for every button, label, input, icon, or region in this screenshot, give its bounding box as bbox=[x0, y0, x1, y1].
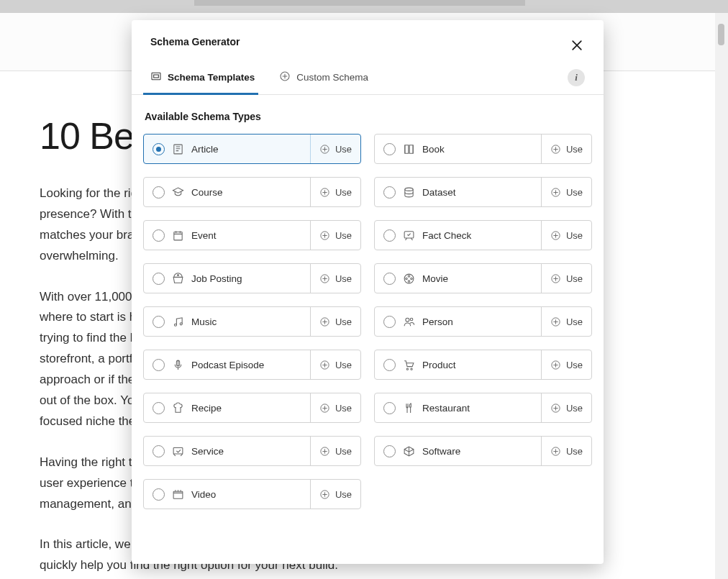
use-button-article[interactable]: Use bbox=[310, 135, 360, 163]
info-button[interactable]: i bbox=[568, 69, 585, 86]
event-icon bbox=[172, 229, 184, 242]
service-icon bbox=[172, 445, 184, 457]
movie-icon bbox=[403, 273, 415, 285]
use-button-product[interactable]: Use bbox=[541, 350, 591, 379]
plus-circle-icon bbox=[319, 360, 330, 370]
use-label: Use bbox=[335, 144, 352, 155]
recipe-icon bbox=[172, 402, 184, 414]
use-label: Use bbox=[566, 360, 583, 370]
radio-movie[interactable] bbox=[383, 273, 396, 285]
schema-generator-modal: Schema Generator Schema Templates Custom… bbox=[132, 20, 604, 564]
course-icon bbox=[172, 186, 184, 199]
schema-type-course[interactable]: Course Use bbox=[143, 177, 361, 207]
use-button-restaurant[interactable]: Use bbox=[541, 393, 591, 422]
use-button-music[interactable]: Use bbox=[310, 307, 360, 336]
svg-rect-1 bbox=[154, 75, 159, 78]
tab-label: Schema Templates bbox=[168, 72, 255, 83]
radio-video[interactable] bbox=[153, 488, 165, 501]
radio-factcheck[interactable] bbox=[383, 229, 396, 242]
use-button-movie[interactable]: Use bbox=[541, 264, 591, 293]
radio-person[interactable] bbox=[383, 316, 396, 328]
schema-type-service[interactable]: Service Use bbox=[143, 436, 361, 466]
schema-type-label: Book bbox=[422, 144, 445, 155]
use-button-dataset[interactable]: Use bbox=[541, 178, 591, 206]
plus-circle-icon bbox=[319, 144, 330, 155]
use-label: Use bbox=[335, 187, 352, 198]
modal-title: Schema Generator bbox=[150, 36, 585, 47]
svg-rect-0 bbox=[152, 73, 160, 79]
schema-type-label: Software bbox=[422, 446, 460, 457]
product-icon bbox=[403, 359, 415, 371]
radio-restaurant[interactable] bbox=[383, 402, 396, 414]
podcast-icon bbox=[172, 359, 184, 371]
schema-type-product[interactable]: Product Use bbox=[374, 350, 592, 380]
schema-type-label: Service bbox=[191, 446, 224, 457]
schema-type-music[interactable]: Music Use bbox=[143, 306, 361, 337]
use-button-software[interactable]: Use bbox=[541, 437, 591, 465]
schema-type-label: Movie bbox=[422, 273, 448, 284]
schema-type-recipe[interactable]: Recipe Use bbox=[143, 393, 361, 423]
restaurant-icon bbox=[403, 402, 415, 414]
radio-podcast[interactable] bbox=[153, 359, 165, 371]
schema-type-event[interactable]: Event Use bbox=[143, 220, 361, 250]
use-button-recipe[interactable]: Use bbox=[310, 393, 360, 422]
use-button-service[interactable]: Use bbox=[310, 437, 360, 465]
radio-article[interactable] bbox=[153, 143, 165, 155]
schema-type-jobposting[interactable]: Job Posting Use bbox=[143, 263, 361, 293]
schema-type-person[interactable]: Person Use bbox=[374, 306, 592, 337]
schema-type-podcast[interactable]: Podcast Episode Use bbox=[143, 350, 361, 380]
use-button-factcheck[interactable]: Use bbox=[541, 221, 591, 250]
radio-event[interactable] bbox=[153, 229, 165, 242]
templates-icon bbox=[150, 70, 162, 84]
plus-circle-icon bbox=[279, 70, 291, 84]
radio-product[interactable] bbox=[383, 359, 396, 371]
radio-recipe[interactable] bbox=[153, 402, 165, 414]
radio-music[interactable] bbox=[153, 316, 165, 328]
schema-type-book[interactable]: Book Use bbox=[374, 134, 592, 164]
schema-type-dataset[interactable]: Dataset Use bbox=[374, 177, 592, 207]
plus-circle-icon bbox=[319, 489, 330, 500]
use-button-video[interactable]: Use bbox=[310, 480, 360, 509]
use-label: Use bbox=[566, 144, 583, 155]
radio-jobposting[interactable] bbox=[153, 273, 165, 285]
plus-circle-icon bbox=[550, 403, 561, 414]
info-icon: i bbox=[575, 72, 578, 83]
jobposting-icon bbox=[172, 273, 184, 285]
active-tab-underline bbox=[143, 93, 258, 95]
radio-course[interactable] bbox=[153, 186, 165, 199]
plus-circle-icon bbox=[550, 316, 561, 327]
schema-type-article[interactable]: Article Use bbox=[143, 134, 361, 164]
use-button-book[interactable]: Use bbox=[541, 135, 591, 163]
schema-type-movie[interactable]: Movie Use bbox=[374, 263, 592, 293]
schema-type-factcheck[interactable]: Fact Check Use bbox=[374, 220, 592, 250]
schema-type-label: Event bbox=[191, 230, 217, 241]
schema-type-restaurant[interactable]: Restaurant Use bbox=[374, 393, 592, 423]
use-label: Use bbox=[335, 446, 352, 457]
use-label: Use bbox=[566, 273, 583, 284]
tab-schema-templates[interactable]: Schema Templates bbox=[150, 60, 260, 94]
use-button-course[interactable]: Use bbox=[310, 178, 360, 206]
use-button-podcast[interactable]: Use bbox=[310, 350, 360, 379]
use-button-event[interactable]: Use bbox=[310, 221, 360, 250]
close-button[interactable] bbox=[568, 36, 586, 55]
close-icon bbox=[570, 38, 584, 53]
schema-type-label: Dataset bbox=[422, 187, 456, 198]
book-icon bbox=[403, 143, 415, 155]
use-button-jobposting[interactable]: Use bbox=[310, 264, 360, 293]
page-scrollbar[interactable] bbox=[715, 13, 728, 579]
radio-book[interactable] bbox=[383, 143, 396, 155]
use-button-person[interactable]: Use bbox=[541, 307, 591, 336]
tab-custom-schema[interactable]: Custom Schema bbox=[279, 60, 374, 94]
use-label: Use bbox=[335, 403, 352, 414]
radio-service[interactable] bbox=[153, 445, 165, 457]
scrollbar-thumb[interactable] bbox=[718, 24, 724, 45]
schema-type-video[interactable]: Video Use bbox=[143, 479, 361, 509]
schema-type-software[interactable]: Software Use bbox=[374, 436, 592, 466]
plus-circle-icon bbox=[319, 446, 330, 457]
article-icon bbox=[172, 143, 184, 155]
schema-type-label: Recipe bbox=[191, 403, 222, 414]
radio-software[interactable] bbox=[383, 445, 396, 457]
music-icon bbox=[172, 316, 184, 328]
schema-type-label: Product bbox=[422, 360, 456, 370]
radio-dataset[interactable] bbox=[383, 186, 396, 199]
